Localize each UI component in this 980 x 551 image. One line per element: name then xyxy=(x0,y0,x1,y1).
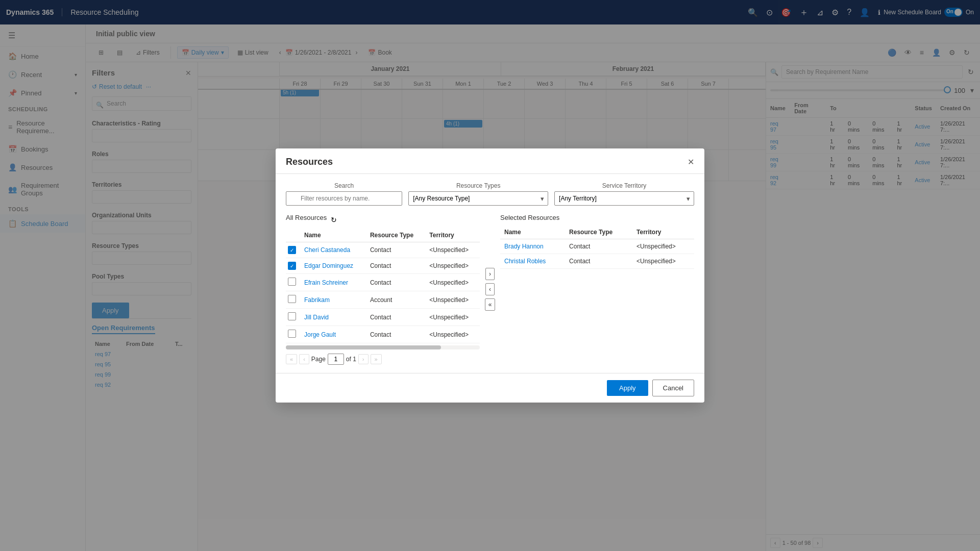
resource-type-jorge: Contact xyxy=(366,326,425,343)
resource-types-filter-label: Resource Types xyxy=(408,182,548,189)
table-row: Fabrikam Account <Unspecified> xyxy=(286,291,480,309)
modal-body: Search 🔍 Resource Types [Any Resource Ty… xyxy=(276,174,704,373)
modal-close-btn[interactable]: ✕ xyxy=(688,157,694,167)
table-row: Efrain Schreiner Contact <Unspecified> xyxy=(286,274,480,291)
sel-resource-name-brady[interactable]: Brady Hannon xyxy=(500,239,565,254)
selected-resources-table: Name Resource Type Territory Brady Hanno… xyxy=(500,226,694,269)
checkbox-cell-4[interactable] xyxy=(286,291,300,309)
selected-resources-section: Selected Resources Name Resource Type Te… xyxy=(500,214,694,365)
table-row: ✓ Cheri Castaneda Contact <Unspecified> xyxy=(286,242,480,258)
refresh-all-resources-btn[interactable]: ↻ xyxy=(331,216,337,224)
table-row: ✓ Edgar Dominguez Contact <Unspecified> xyxy=(286,258,480,274)
checkbox-cell-2[interactable]: ✓ xyxy=(286,258,300,274)
resource-type-efrain: Contact xyxy=(366,274,425,291)
checkbox-unchecked-3 xyxy=(288,278,296,286)
resource-territory-jill: <Unspecified> xyxy=(425,309,480,326)
resource-type-fabrikam: Account xyxy=(366,291,425,309)
resource-name-jorge[interactable]: Jorge Gault xyxy=(300,326,366,343)
col-name-header: Name xyxy=(300,229,366,242)
table-scrollbar-thumb[interactable] xyxy=(286,345,441,349)
checkbox-checked-2: ✓ xyxy=(288,262,296,270)
modal-title: Resources xyxy=(286,157,333,167)
search-filter-wrapper: 🔍 xyxy=(286,191,402,206)
all-resources-section: All Resources ↻ Name Resource Type Terri… xyxy=(286,214,480,365)
resource-territory-edgar: <Unspecified> xyxy=(425,258,480,274)
checkbox-cell-6[interactable] xyxy=(286,326,300,343)
resources-modal: Resources ✕ Search 🔍 Resource Types xyxy=(276,148,704,403)
sel-resource-name-christal[interactable]: Christal Robles xyxy=(500,254,565,269)
transfer-left-btn[interactable]: ‹ xyxy=(485,283,495,295)
page-number-input[interactable] xyxy=(328,354,344,365)
checkbox-unchecked-6 xyxy=(288,330,296,338)
resource-name-edgar[interactable]: Edgar Dominguez xyxy=(300,258,366,274)
sel-col-territory: Territory xyxy=(632,226,694,239)
checkbox-unchecked-4 xyxy=(288,295,296,303)
checkbox-cell-5[interactable] xyxy=(286,309,300,326)
checkbox-cell-3[interactable] xyxy=(286,274,300,291)
of-label: of 1 xyxy=(346,356,356,363)
resource-type-jill: Contact xyxy=(366,309,425,326)
resource-types-select[interactable]: [Any Resource Type]ContactAccountUserCre… xyxy=(408,191,548,206)
resource-name-cheri[interactable]: Cheri Castaneda xyxy=(300,242,366,258)
service-territory-select[interactable]: [Any Territory] xyxy=(554,191,694,206)
next-page-btn-modal[interactable]: › xyxy=(358,354,369,364)
search-filter-label: Search xyxy=(286,182,402,189)
transfer-buttons: › ‹ « xyxy=(480,214,500,365)
sel-resource-type-christal: Contact xyxy=(565,254,632,269)
resource-territory-jorge: <Unspecified> xyxy=(425,326,480,343)
table-row: Jill David Contact <Unspecified> xyxy=(286,309,480,326)
sel-resource-type-brady: Contact xyxy=(565,239,632,254)
first-page-btn[interactable]: « xyxy=(286,354,297,364)
all-resources-header-row: Name Resource Type Territory xyxy=(286,229,480,242)
sel-resource-territory-christal: <Unspecified> xyxy=(632,254,694,269)
modal-overlay: Resources ✕ Search 🔍 Resource Types xyxy=(0,0,980,551)
resource-territory-cheri: <Unspecified> xyxy=(425,242,480,258)
modal-tables: All Resources ↻ Name Resource Type Terri… xyxy=(286,214,694,365)
service-territory-label: Service Territory xyxy=(554,182,694,189)
all-resources-table: Name Resource Type Territory ✓ Cheri Cas… xyxy=(286,229,480,343)
modal-filters: Search 🔍 Resource Types [Any Resource Ty… xyxy=(286,182,694,206)
modal-type-group: Resource Types [Any Resource Type]Contac… xyxy=(408,182,548,206)
last-page-btn[interactable]: » xyxy=(371,354,382,364)
selected-resources-header-row: Name Resource Type Territory xyxy=(500,226,694,239)
sel-col-type: Resource Type xyxy=(565,226,632,239)
resource-type-cheri: Contact xyxy=(366,242,425,258)
table-row: Jorge Gault Contact <Unspecified> xyxy=(286,326,480,343)
all-resources-title: All Resources xyxy=(286,214,327,221)
sel-resource-territory-brady: <Unspecified> xyxy=(632,239,694,254)
resource-territory-efrain: <Unspecified> xyxy=(425,274,480,291)
sel-col-name: Name xyxy=(500,226,565,239)
modal-header: Resources ✕ xyxy=(276,148,704,174)
modal-cancel-btn[interactable]: Cancel xyxy=(652,380,694,396)
modal-footer: Apply Cancel xyxy=(276,373,704,403)
checkbox-checked-1: ✓ xyxy=(288,246,296,254)
modal-pagination: « ‹ Page of 1 › » xyxy=(286,349,480,365)
resource-search-input[interactable] xyxy=(286,191,402,206)
resource-types-select-wrapper: [Any Resource Type]ContactAccountUserCre… xyxy=(408,191,548,206)
modal-apply-btn[interactable]: Apply xyxy=(607,380,648,396)
checkbox-cell-1[interactable]: ✓ xyxy=(286,242,300,258)
resource-name-jill[interactable]: Jill David xyxy=(300,309,366,326)
table-row: Christal Robles Contact <Unspecified> xyxy=(500,254,694,269)
selected-resources-title: Selected Resources xyxy=(500,214,694,221)
col-territory-header: Territory xyxy=(425,229,480,242)
modal-search-group: Search 🔍 xyxy=(286,182,402,206)
prev-page-btn-modal[interactable]: ‹ xyxy=(299,354,309,364)
transfer-right-btn[interactable]: › xyxy=(485,268,495,280)
resource-territory-fabrikam: <Unspecified> xyxy=(425,291,480,309)
resource-type-edgar: Contact xyxy=(366,258,425,274)
resource-name-efrain[interactable]: Efrain Schreiner xyxy=(300,274,366,291)
checkbox-unchecked-5 xyxy=(288,312,296,320)
page-label: Page xyxy=(311,356,326,363)
table-row: Brady Hannon Contact <Unspecified> xyxy=(500,239,694,254)
col-checkbox xyxy=(286,229,300,242)
modal-territory-group: Service Territory [Any Territory] xyxy=(554,182,694,206)
transfer-all-left-btn[interactable]: « xyxy=(485,298,496,311)
col-type-header: Resource Type xyxy=(366,229,425,242)
resource-name-fabrikam[interactable]: Fabrikam xyxy=(300,291,366,309)
service-territory-select-wrapper: [Any Territory] xyxy=(554,191,694,206)
table-scrollbar-track xyxy=(286,345,480,349)
